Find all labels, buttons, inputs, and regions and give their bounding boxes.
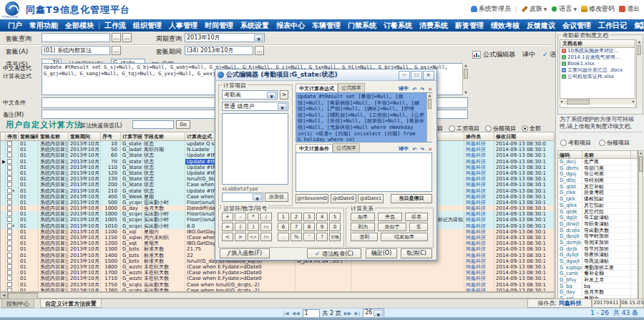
column-header-0[interactable] — [1, 132, 6, 140]
table-row[interactable]: 01系统内部算法2013年10月1710G_wzzts未在职天数(Case wh… — [1, 276, 554, 281]
stop-checkbox[interactable] — [7, 165, 12, 170]
column-header-4[interactable]: 套账期间 — [69, 132, 101, 140]
menu-item-5[interactable]: 人事管理 — [165, 21, 201, 31]
column-header-1[interactable]: 停用 — [6, 132, 19, 140]
holiday-button[interactable]: 当日是假日 — [391, 194, 432, 203]
redo-icon[interactable]: ↷ — [420, 147, 424, 152]
menu-item-16[interactable]: 会议管理 — [559, 21, 595, 31]
stop-checkbox[interactable] — [7, 276, 12, 281]
stop-checkbox[interactable] — [7, 211, 12, 216]
chevron-down-icon[interactable]: ▼ — [267, 92, 276, 98]
menu-item-11[interactable]: 订餐系统 — [380, 21, 416, 31]
undo-icon[interactable]: ↶ — [412, 87, 416, 92]
key-%[interactable]: % — [291, 233, 302, 241]
code-row[interactable]: G_dgwjt导高温津贴 — [558, 258, 638, 265]
expand-button[interactable]: > — [280, 90, 288, 100]
ok-button[interactable]: 确定(O) — [366, 248, 397, 258]
key-?[interactable]: ? — [316, 233, 328, 241]
user-level-select[interactable]: 普通 级用户▼ — [222, 102, 288, 111]
account-period-browse-button[interactable]: … — [255, 46, 264, 55]
codes-vertical-scrollbar[interactable]: ▲ — [638, 150, 643, 315]
file-list-item[interactable]: W工资问题分类汇总 .docx — [560, 67, 635, 73]
code-row[interactable]: G_canb餐补金额 — [558, 271, 638, 277]
code-row[interactable]: G_day当月天数 — [558, 289, 638, 296]
quick-filter-input[interactable] — [132, 120, 174, 129]
key-空格[interactable]: 空格 — [329, 233, 341, 241]
stop-checkbox[interactable] — [7, 182, 12, 187]
stop-checkbox[interactable] — [7, 176, 12, 181]
key-3[interactable]: 3 — [303, 213, 315, 221]
column-header-5[interactable]: 序号 — [101, 132, 121, 140]
translate-button[interactable]: 译中 — [399, 145, 409, 152]
column-header-3[interactable]: 套账名称 — [39, 132, 69, 140]
code-row[interactable]: G_bgbg — [558, 283, 638, 290]
code-row[interactable]: G_dgsj导公司奖 — [558, 171, 638, 178]
cancel-button[interactable]: 取消(C) — [401, 248, 432, 258]
relation-非[interactable]: 非 — [409, 223, 428, 231]
clear-icon[interactable]: ✕ — [428, 147, 432, 152]
codes-column-header-2[interactable] — [631, 151, 638, 158]
translate-button[interactable]: 译中 — [522, 50, 535, 59]
menu-item-2[interactable]: 全部模块 — [62, 21, 97, 31]
table-row[interactable]: 01系统内部算法2013年10月1600G_wzzts未在职天数(Case wh… — [1, 264, 554, 270]
key-4[interactable]: 4 — [316, 213, 328, 221]
stop-checkbox[interactable] — [7, 282, 12, 287]
codes-column-header-0[interactable]: 编码 — [558, 151, 582, 158]
code-row[interactable]: G_dpsjb导平时加班 — [558, 233, 638, 240]
file-list-item[interactable]: X2014.1云龙电气管理… — [560, 54, 635, 61]
account-period-input[interactable]: (34) 2013年10月 — [185, 46, 253, 55]
code-row[interactable]: G_dcqts导出勤天数 — [558, 228, 638, 234]
key-([interactable]: ( — [235, 223, 246, 231]
menu-item-10[interactable]: 门禁系统 — [344, 21, 380, 31]
key-!>[interactable]: !> — [260, 233, 272, 241]
period-query-select[interactable]: 2013年10月▼ — [185, 33, 265, 42]
key-7[interactable]: 7 — [291, 223, 302, 231]
key-5[interactable]: 5 — [329, 213, 341, 221]
tab-control-center[interactable]: 控制中心 — [1, 299, 34, 308]
value-select[interactable]: ▼ — [222, 193, 263, 202]
language-menu[interactable]: 语言▼ — [551, 4, 577, 14]
docs-horizontal-scrollbar[interactable]: ◀▶ — [560, 98, 635, 105]
relation-结束如果[interactable]: 结束如果 — [381, 233, 428, 241]
var-button-dDate1[interactable]: @dDate1 — [358, 194, 384, 203]
menu-item-9[interactable]: 车辆管理 — [308, 21, 344, 31]
stop-checkbox[interactable] — [7, 147, 12, 152]
table-horizontal-scrollbar[interactable]: ◀ — [0, 292, 555, 299]
code-row[interactable]: G_dscj生产奖 — [558, 159, 638, 165]
stop-checkbox[interactable] — [7, 229, 12, 234]
skin-menu[interactable]: 皮肤▼ — [522, 4, 547, 14]
code-row[interactable]: G_zlkk质量考核 — [558, 190, 638, 196]
code-row[interactable]: G_dtbj导特别奖 — [558, 178, 638, 184]
menu-item-3[interactable]: 工作流 — [101, 21, 130, 31]
file-list-item[interactable]: P10系统实施效果对比… — [560, 48, 635, 54]
tab-custom-calc-settings[interactable]: 自定义计算方法设置 — [40, 299, 102, 308]
relation-则为[interactable]: 则为 — [351, 223, 375, 231]
menu-item-12[interactable]: 消费系统 — [416, 21, 452, 31]
table-row[interactable]: 01系统内部算法2013年10月1750G_scqts实出勤天数Case whe… — [1, 282, 554, 288]
menu-item-17[interactable]: 工作日记 — [595, 21, 630, 31]
menu-item-4[interactable]: 组织管理 — [130, 21, 165, 31]
key-9[interactable]: 9 — [316, 223, 328, 231]
code-row[interactable]: G_kqjbgz考勤加班工资 — [558, 265, 638, 271]
stop-checkbox[interactable] — [7, 188, 12, 193]
table-select[interactable]: 考勤表▼ — [222, 90, 278, 100]
stop-checkbox[interactable] — [7, 253, 12, 258]
relation-否则[interactable]: 否则 — [351, 233, 378, 241]
code-row[interactable]: G_djrjb导节日加班 — [558, 246, 638, 253]
next-page-button[interactable]: ▶▶ — [344, 311, 352, 316]
editor-scrollbar[interactable]: ▲ — [426, 93, 432, 142]
stop-checkbox[interactable] — [7, 141, 12, 146]
first-page-button[interactable]: |◀ — [283, 311, 289, 316]
key-=[interactable]: = — [222, 223, 233, 231]
key-+[interactable]: + — [222, 213, 233, 221]
tab-formula-script[interactable]: 公式脚本 — [338, 83, 365, 92]
stop-checkbox[interactable] — [7, 241, 12, 246]
stop-checkbox[interactable] — [7, 170, 12, 175]
key-.[interactable]: . — [278, 233, 289, 241]
codes-column-header-1[interactable]: 名称 — [582, 151, 631, 158]
last-page-button[interactable]: ▶| — [355, 311, 361, 316]
undo-icon[interactable]: ↶ — [412, 147, 416, 152]
chevron-down-icon[interactable]: ▼ — [254, 34, 263, 41]
column-header-7[interactable]: 字段名称 — [142, 132, 185, 140]
relation-类似于[interactable]: 类似于 — [378, 223, 406, 231]
